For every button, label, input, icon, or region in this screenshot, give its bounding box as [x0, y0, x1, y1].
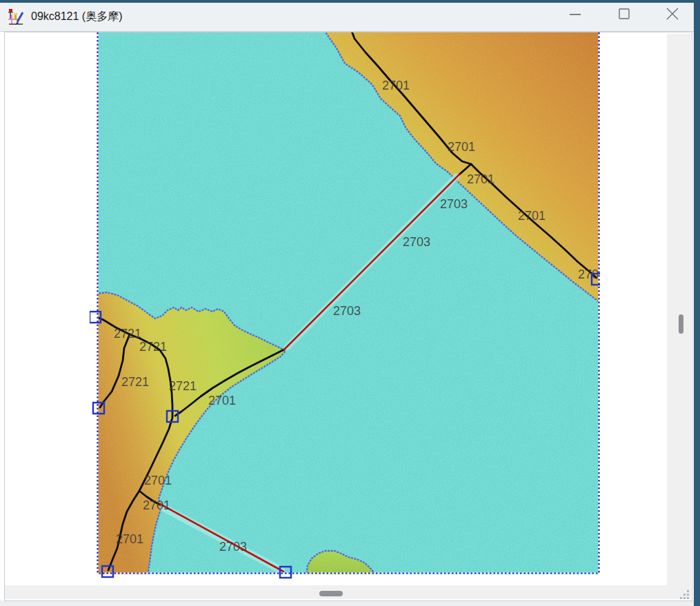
maximize-button[interactable] — [614, 3, 634, 24]
road-label: 2721 — [169, 379, 197, 393]
road-label: 2701 — [518, 209, 546, 223]
resize-grip[interactable] — [680, 590, 690, 600]
survey-tool-icon — [7, 8, 25, 26]
window-right-border — [694, 0, 700, 606]
road-label: 2703 — [440, 197, 468, 211]
road-label: 2701 — [448, 140, 475, 154]
road-label: 2701 — [116, 532, 143, 546]
vertical-scrollbar-track[interactable] — [667, 34, 691, 599]
road-label: 2703 — [219, 540, 247, 554]
road-label: 2703 — [403, 235, 430, 249]
horizontal-scrollbar-handle[interactable] — [319, 591, 343, 596]
road-label: 2701 — [467, 172, 494, 186]
road-label: 2721 — [139, 340, 167, 354]
app-window: { "window": { "title": "09kc8121 (奥多摩)",… — [0, 0, 700, 606]
road-label: 2721 — [114, 327, 141, 341]
vertical-scrollbar-handle[interactable] — [679, 314, 683, 334]
minimize-button[interactable] — [565, 3, 586, 24]
road-label: 2701 — [382, 79, 410, 92]
horizontal-scrollbar-track[interactable] — [5, 585, 691, 599]
title-bar[interactable]: 09kc8121 (奥多摩) — [0, 3, 694, 32]
road-label: 2701 — [144, 474, 172, 487]
road-label: 2721 — [121, 375, 149, 389]
road-label: 2703 — [333, 304, 361, 318]
map-layers: 2701270127012703270327012701270327212721… — [92, 32, 600, 577]
road-label: 2701 — [143, 498, 170, 512]
road-label: 2701 — [208, 394, 236, 407]
window-title: 09kc8121 (奥多摩) — [31, 10, 123, 24]
window-bottom-edge — [0, 600, 694, 606]
map-viewport[interactable]: 2701270127012703270327012701270327212721… — [90, 32, 600, 579]
close-button[interactable] — [662, 3, 683, 24]
